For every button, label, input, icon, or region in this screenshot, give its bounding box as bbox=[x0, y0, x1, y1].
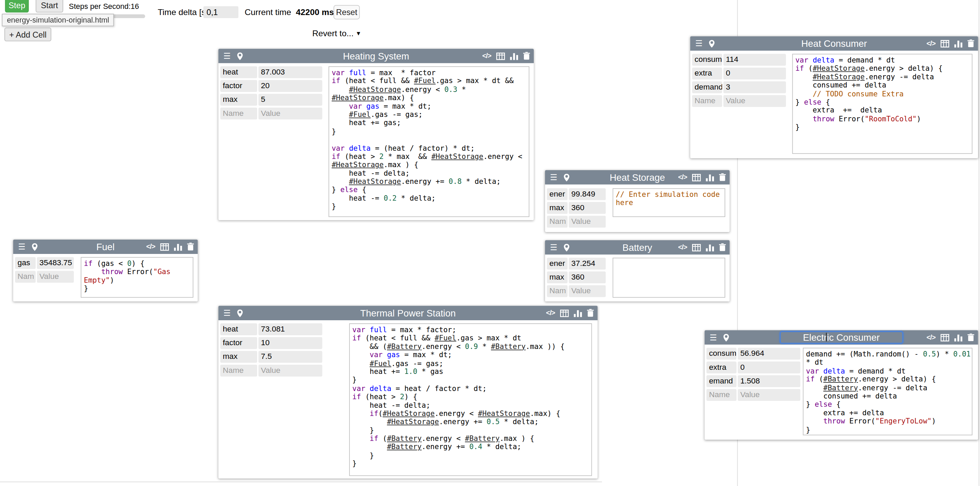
param-value-cell[interactable]: 7.5 bbox=[259, 351, 323, 363]
code-view-icon[interactable]: </> bbox=[926, 39, 935, 49]
param-name-cell[interactable]: Nam bbox=[547, 216, 567, 228]
trash-icon[interactable] bbox=[523, 51, 530, 61]
location-pin-icon[interactable] bbox=[31, 241, 38, 251]
card-title[interactable]: Fuel bbox=[96, 240, 115, 254]
param-value-cell[interactable]: Value bbox=[259, 108, 323, 120]
table-view-icon[interactable] bbox=[560, 308, 569, 318]
trash-icon[interactable] bbox=[967, 332, 974, 343]
table-view-icon[interactable] bbox=[940, 332, 949, 343]
param-name-cell[interactable]: Nam bbox=[547, 285, 567, 297]
start-button[interactable]: Start bbox=[35, 0, 63, 13]
param-name-cell[interactable]: emand bbox=[706, 375, 737, 387]
param-name-cell[interactable]: extra bbox=[692, 68, 722, 79]
param-value-cell[interactable]: 56.964 bbox=[738, 348, 800, 359]
param-name-cell[interactable]: consum bbox=[692, 54, 722, 66]
param-name-cell[interactable]: Name bbox=[692, 95, 722, 107]
param-name-cell[interactable]: heat bbox=[220, 66, 257, 78]
param-value-cell[interactable]: 87.003 bbox=[259, 66, 323, 78]
code-editor[interactable]: // Enter simulation codehere bbox=[613, 188, 725, 217]
param-name-cell[interactable]: Name bbox=[220, 365, 257, 376]
card-header[interactable]: ☰ Heating System </> bbox=[218, 49, 534, 63]
trash-icon[interactable] bbox=[187, 241, 194, 251]
param-value-cell[interactable]: 10 bbox=[259, 337, 323, 349]
card-header[interactable]: ☰ Battery </> bbox=[545, 240, 730, 255]
param-value-cell[interactable]: 20 bbox=[259, 80, 323, 92]
param-name-cell[interactable]: factor bbox=[220, 80, 257, 92]
param-name-cell[interactable]: consum bbox=[706, 348, 737, 359]
param-value-cell[interactable]: 3 bbox=[723, 81, 786, 93]
param-value-cell[interactable]: 37.254 bbox=[569, 258, 606, 270]
card-title[interactable]: Battery bbox=[622, 240, 652, 255]
chart-view-icon[interactable] bbox=[706, 242, 714, 252]
chart-view-icon[interactable] bbox=[174, 241, 182, 251]
menu-icon[interactable]: ☰ bbox=[550, 172, 557, 182]
param-value-cell[interactable]: 5 bbox=[259, 94, 323, 106]
revert-dropdown[interactable]: Revert to...▾ bbox=[312, 29, 360, 38]
param-value-cell[interactable]: Value bbox=[723, 95, 786, 107]
menu-icon[interactable]: ☰ bbox=[18, 241, 25, 251]
table-view-icon[interactable] bbox=[692, 242, 701, 252]
location-pin-icon[interactable] bbox=[722, 332, 729, 343]
code-editor[interactable] bbox=[613, 258, 725, 298]
card-title-editing[interactable]: Electric Consumer bbox=[779, 331, 904, 344]
param-value-cell[interactable]: Value bbox=[37, 271, 74, 283]
param-name-cell[interactable]: extra bbox=[706, 362, 737, 373]
param-name-cell[interactable]: max bbox=[547, 272, 567, 283]
location-pin-icon[interactable] bbox=[708, 39, 715, 49]
param-name-cell[interactable]: heat bbox=[220, 323, 257, 335]
card-header[interactable]: ☰ Electric Consumer </> bbox=[705, 330, 978, 345]
param-name-cell[interactable]: ener bbox=[547, 258, 567, 270]
table-view-icon[interactable] bbox=[692, 172, 701, 182]
trash-icon[interactable] bbox=[719, 172, 726, 182]
param-value-cell[interactable]: 99.849 bbox=[569, 188, 606, 200]
card-title[interactable]: Heat Storage bbox=[610, 170, 665, 184]
param-name-cell[interactable]: max bbox=[220, 351, 257, 363]
trash-icon[interactable] bbox=[719, 242, 726, 252]
code-view-icon[interactable]: </> bbox=[546, 308, 555, 318]
step-button[interactable]: Step bbox=[5, 0, 29, 13]
chart-view-icon[interactable] bbox=[955, 39, 963, 49]
trash-icon[interactable] bbox=[587, 308, 594, 318]
chart-view-icon[interactable] bbox=[706, 172, 714, 182]
param-value-cell[interactable]: Value bbox=[738, 389, 800, 401]
code-editor[interactable]: demand += (Math.random() - 0.5) * 0.01* … bbox=[803, 348, 972, 435]
param-value-cell[interactable]: 35483.75 bbox=[37, 257, 74, 269]
code-editor[interactable]: if (gas < 0) { throw Error("GasEmpty")} bbox=[81, 257, 193, 298]
location-pin-icon[interactable] bbox=[563, 242, 570, 252]
menu-icon[interactable]: ☰ bbox=[550, 242, 557, 252]
card-title[interactable]: Heating System bbox=[343, 49, 409, 63]
param-name-cell[interactable]: factor bbox=[220, 337, 257, 349]
menu-icon[interactable]: ☰ bbox=[223, 51, 231, 61]
table-view-icon[interactable] bbox=[496, 51, 505, 61]
code-view-icon[interactable]: </> bbox=[678, 172, 687, 182]
card-title[interactable]: Heat Consumer bbox=[801, 36, 867, 51]
card-header[interactable]: ☰ Fuel </> bbox=[13, 240, 198, 254]
code-editor[interactable]: var delta = demand * dtif (#HeatStorage.… bbox=[792, 54, 972, 154]
table-view-icon[interactable] bbox=[940, 39, 949, 49]
location-pin-icon[interactable] bbox=[236, 51, 243, 61]
table-view-icon[interactable] bbox=[160, 241, 169, 251]
code-view-icon[interactable]: </> bbox=[926, 332, 935, 343]
chart-view-icon[interactable] bbox=[510, 51, 518, 61]
code-view-icon[interactable]: </> bbox=[146, 241, 155, 251]
code-view-icon[interactable]: </> bbox=[482, 51, 491, 61]
param-name-cell[interactable]: max bbox=[547, 202, 567, 214]
location-pin-icon[interactable] bbox=[236, 308, 243, 318]
param-name-cell[interactable]: ener bbox=[547, 188, 567, 200]
param-value-cell[interactable]: 360 bbox=[569, 272, 606, 283]
param-name-cell[interactable]: Nam bbox=[15, 271, 35, 283]
param-value-cell[interactable]: Value bbox=[259, 365, 323, 376]
menu-icon[interactable]: ☰ bbox=[695, 39, 702, 49]
param-value-cell[interactable]: 0 bbox=[723, 68, 786, 79]
card-header[interactable]: ☰ Heat Consumer </> bbox=[690, 36, 978, 51]
add-cell-button[interactable]: + Add Cell bbox=[5, 28, 51, 41]
chart-view-icon[interactable] bbox=[574, 308, 582, 318]
param-value-cell[interactable]: 73.081 bbox=[259, 323, 323, 335]
chart-view-icon[interactable] bbox=[955, 332, 963, 343]
param-value-cell[interactable]: Value bbox=[569, 216, 606, 228]
param-name-cell[interactable]: Name bbox=[706, 389, 737, 401]
card-header[interactable]: ☰ Thermal Power Station </> bbox=[218, 306, 598, 320]
param-name-cell[interactable]: max bbox=[220, 94, 257, 106]
code-view-icon[interactable]: </> bbox=[678, 242, 687, 252]
param-value-cell[interactable]: 1.508 bbox=[738, 375, 800, 387]
